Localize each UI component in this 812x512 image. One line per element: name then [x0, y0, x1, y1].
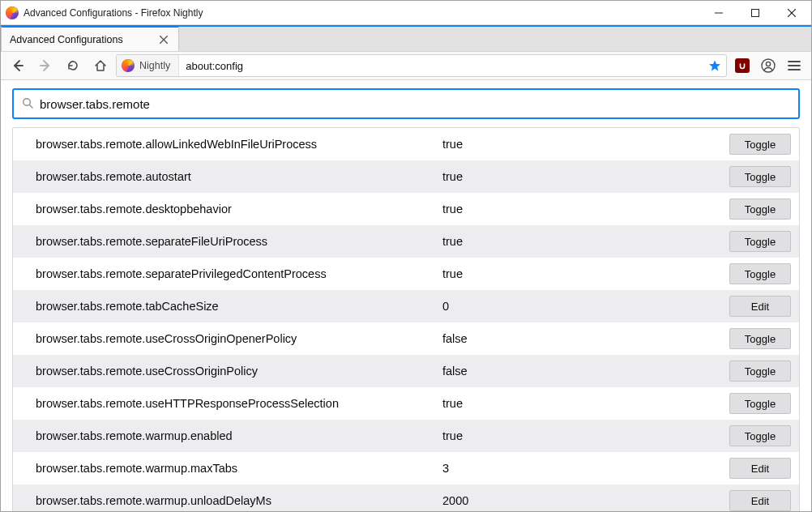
edit-button[interactable]: Edit — [729, 490, 791, 511]
pref-value: 3 — [442, 462, 702, 475]
pref-action-cell: Toggle — [702, 231, 791, 252]
search-icon — [22, 97, 33, 111]
minimize-icon — [715, 9, 723, 17]
arrow-left-icon — [11, 59, 24, 72]
window-close-button[interactable] — [773, 1, 810, 25]
pref-action-cell: Edit — [702, 458, 791, 479]
account-icon — [761, 58, 776, 73]
pref-row: browser.tabs.remote.separateFileUriProce… — [13, 225, 799, 258]
pref-row: browser.tabs.remote.autostarttrueToggle — [13, 160, 799, 193]
pref-value: true — [442, 138, 702, 151]
close-icon — [788, 9, 796, 17]
edit-button[interactable]: Edit — [729, 296, 791, 317]
pref-name: browser.tabs.remote.useCrossOriginOpener… — [36, 332, 442, 345]
star-icon — [708, 59, 721, 72]
pref-value: true — [442, 203, 702, 215]
pref-row: browser.tabs.remote.warmup.enabledtrueTo… — [13, 420, 799, 452]
pref-search-input[interactable] — [40, 97, 790, 111]
svg-point-9 — [766, 62, 770, 66]
window-titlebar: Advanced Configurations - Firefox Nightl… — [1, 1, 811, 25]
pref-row: browser.tabs.remote.useHTTPResponseProce… — [13, 387, 799, 420]
pref-name: browser.tabs.remote.tabCacheSize — [36, 300, 442, 313]
pref-row: browser.tabs.remote.tabCacheSize0Edit — [13, 290, 799, 322]
pref-value: false — [442, 332, 702, 345]
tab-title: Advanced Configurations — [10, 34, 157, 45]
app-icon — [6, 6, 19, 19]
pref-action-cell: Toggle — [702, 134, 791, 155]
nightly-icon — [6, 6, 19, 19]
pref-row: browser.tabs.remote.desktopbehaviortrueT… — [13, 193, 799, 225]
pref-row: browser.tabs.remote.useCrossOriginPolicy… — [13, 355, 799, 387]
pref-row: browser.tabs.remote.warmup.unloadDelayMs… — [13, 484, 799, 511]
toggle-button[interactable]: Toggle — [729, 393, 791, 414]
navigation-toolbar: Nightly about:config — [1, 51, 811, 80]
identity-box[interactable]: Nightly — [117, 55, 179, 76]
edit-button[interactable]: Edit — [729, 458, 791, 479]
pref-value: true — [442, 170, 702, 183]
pref-row: browser.tabs.remote.allowLinkedWebInFile… — [13, 128, 799, 160]
svg-rect-1 — [751, 9, 759, 16]
pref-table: browser.tabs.remote.allowLinkedWebInFile… — [12, 127, 800, 511]
toggle-button[interactable]: Toggle — [729, 361, 791, 382]
maximize-icon — [751, 9, 759, 17]
toggle-button[interactable]: Toggle — [729, 328, 791, 349]
pref-value: true — [442, 235, 702, 248]
url-text: about:config — [179, 60, 703, 72]
pref-row: browser.tabs.remote.useCrossOriginOpener… — [13, 322, 799, 355]
pref-name: browser.tabs.remote.desktopbehavior — [36, 203, 442, 215]
reload-button[interactable] — [61, 54, 85, 77]
pref-action-cell: Edit — [702, 490, 791, 511]
window-minimize-button[interactable] — [700, 1, 737, 25]
url-bar[interactable]: Nightly about:config — [116, 54, 727, 77]
pref-action-cell: Toggle — [702, 166, 791, 187]
hamburger-icon — [788, 60, 801, 71]
app-menu-button[interactable] — [782, 54, 806, 77]
ublock-button[interactable] — [730, 54, 754, 77]
pref-action-cell: Toggle — [702, 328, 791, 349]
home-button[interactable] — [88, 54, 113, 77]
pref-name: browser.tabs.remote.separateFileUriProce… — [36, 235, 442, 248]
back-button[interactable] — [6, 54, 30, 77]
window-maximize-button[interactable] — [737, 1, 773, 25]
pref-name: browser.tabs.remote.useCrossOriginPolicy — [36, 365, 442, 378]
nightly-icon — [122, 59, 135, 72]
toggle-button[interactable]: Toggle — [729, 425, 791, 446]
toggle-button[interactable]: Toggle — [729, 166, 791, 187]
pref-value: true — [442, 267, 702, 280]
pref-value: true — [442, 397, 702, 410]
identity-label: Nightly — [139, 60, 170, 71]
forward-button[interactable] — [33, 54, 58, 77]
pref-value: 2000 — [442, 494, 702, 507]
bookmark-star-button[interactable] — [703, 59, 726, 72]
pref-action-cell: Toggle — [702, 361, 791, 382]
pref-name: browser.tabs.remote.warmup.maxTabs — [36, 462, 442, 475]
ublock-icon — [735, 58, 750, 73]
pref-name: browser.tabs.remote.autostart — [36, 170, 442, 183]
tab-close-button[interactable] — [157, 33, 170, 46]
pref-value: false — [442, 365, 702, 378]
toggle-button[interactable]: Toggle — [729, 198, 791, 220]
home-icon — [94, 59, 107, 72]
toggle-button[interactable]: Toggle — [729, 263, 791, 284]
toggle-button[interactable]: Toggle — [729, 231, 791, 252]
pref-action-cell: Edit — [702, 296, 791, 317]
account-button[interactable] — [756, 54, 780, 77]
about-config-content: browser.tabs.remote.allowLinkedWebInFile… — [1, 80, 811, 511]
window-title: Advanced Configurations - Firefox Nightl… — [24, 7, 203, 19]
pref-action-cell: Toggle — [702, 263, 791, 284]
pref-name: browser.tabs.remote.separatePrivilegedCo… — [36, 267, 442, 280]
reload-icon — [66, 59, 79, 72]
pref-value: true — [442, 429, 702, 442]
pref-row: browser.tabs.remote.warmup.maxTabs3Edit — [13, 452, 799, 484]
pref-search-box[interactable] — [12, 88, 800, 119]
pref-name: browser.tabs.remote.allowLinkedWebInFile… — [36, 138, 442, 151]
pref-name: browser.tabs.remote.warmup.unloadDelayMs — [36, 494, 442, 507]
arrow-right-icon — [39, 59, 52, 72]
pref-name: browser.tabs.remote.useHTTPResponseProce… — [36, 397, 442, 410]
close-icon — [160, 36, 168, 44]
svg-line-14 — [30, 105, 33, 108]
tab-strip: Advanced Configurations — [1, 25, 811, 51]
tab-active[interactable]: Advanced Configurations — [1, 27, 179, 51]
toggle-button[interactable]: Toggle — [729, 134, 791, 155]
pref-name: browser.tabs.remote.warmup.enabled — [36, 429, 442, 442]
